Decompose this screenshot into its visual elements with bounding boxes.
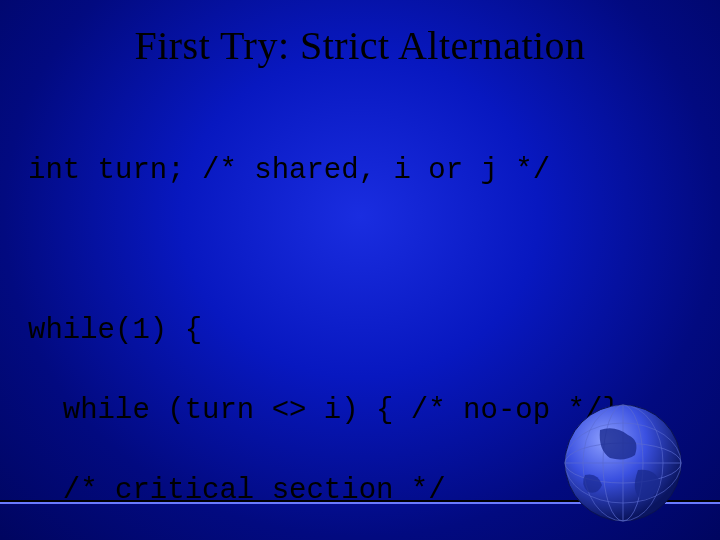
code-line-4: /* critical section */ — [28, 471, 692, 511]
code-line-2: while(1) { — [28, 311, 692, 351]
code-line-1: int turn; /* shared, i or j */ — [28, 151, 692, 191]
footer-divider — [0, 500, 720, 504]
slide-title: First Try: Strict Alternation — [0, 0, 720, 69]
code-block: int turn; /* shared, i or j */ while(1) … — [0, 69, 720, 540]
blank-line — [28, 231, 692, 271]
code-line-3: while (turn <> i) { /* no-op */} — [28, 391, 692, 431]
